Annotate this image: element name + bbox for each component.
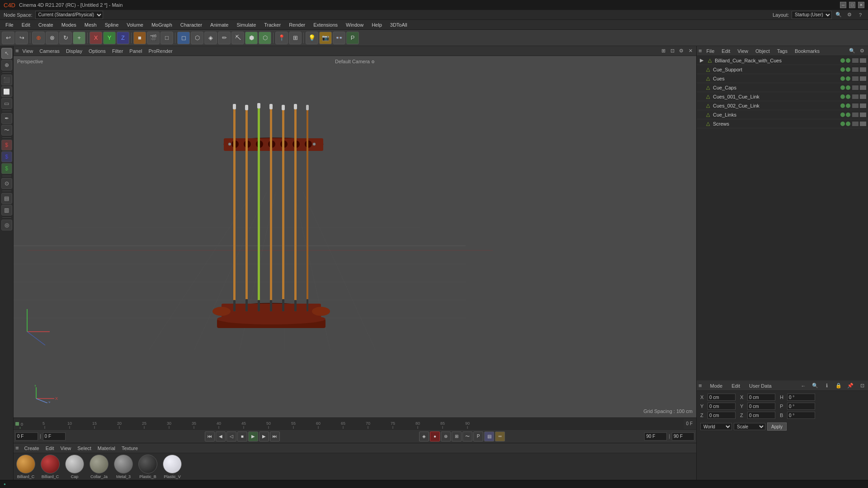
z-axis-btn[interactable]: Z [117, 32, 129, 44]
x-axis-btn[interactable]: X [90, 32, 102, 44]
start-frame-input[interactable] [15, 432, 38, 441]
dollar2-tool[interactable]: $ [1, 151, 12, 162]
mat-menu-material[interactable]: Material [95, 445, 118, 451]
plugin1-btn[interactable]: P [346, 32, 359, 44]
end-frame-input[interactable] [644, 432, 667, 441]
apply-button[interactable]: Apply [767, 422, 787, 431]
obj-vis-dot-4[interactable] [840, 85, 845, 90]
obj-mode-btn[interactable]: ⬡ [191, 32, 203, 44]
obj-vis-dot-3[interactable] [840, 76, 845, 81]
viewport-close-icon[interactable]: ✕ [686, 47, 694, 55]
obj-render-dot-2[interactable] [846, 67, 850, 72]
om-menu-tags[interactable]: Tags [774, 48, 790, 54]
rotate-tool[interactable]: ↻ [59, 32, 72, 44]
om-search-icon[interactable]: 🔍 [848, 47, 856, 55]
key-record-btn[interactable]: ◈ [419, 432, 429, 441]
maximize-button[interactable]: □ [849, 2, 855, 8]
om-settings-icon[interactable]: ⚙ [858, 47, 866, 55]
help-icon[interactable]: ? [856, 11, 864, 19]
edge-btn[interactable]: ⬢ [245, 32, 258, 44]
om-menu-file[interactable]: File [704, 48, 717, 54]
vp-menu-options[interactable]: Options [86, 48, 108, 54]
settings-icon[interactable]: ⚙ [845, 11, 854, 19]
undo-button[interactable]: ↩ [2, 32, 14, 44]
material-item-collar[interactable]: Collar_Ja [90, 455, 108, 479]
props-search-icon[interactable]: 🔍 [811, 382, 819, 390]
viewport-maximize-icon[interactable]: ⊡ [668, 47, 676, 55]
snapping-btn[interactable]: ⊞ [289, 32, 302, 44]
material-item-metal[interactable]: Metal_3 [114, 455, 133, 479]
move-tool[interactable]: ⊕ [32, 32, 45, 44]
om-hamburger[interactable]: ≡ [698, 47, 702, 54]
layout-select[interactable]: Startup (User) [792, 11, 832, 19]
obj-billiard-rack[interactable]: ▶ △ Billiard_Cue_Rack_with_Cues [697, 56, 868, 65]
z-pos-input[interactable] [708, 412, 736, 419]
scale-tool[interactable]: ⊗ [46, 32, 58, 44]
play-reverse-button[interactable]: ◁ [226, 432, 236, 441]
props-menu-edit[interactable]: Edit [729, 383, 743, 389]
coord-system-select[interactable]: World Object Parent [700, 423, 732, 430]
obj-render-dot-6[interactable] [846, 103, 850, 108]
dollar3-tool[interactable]: $ [1, 163, 12, 174]
menu-create[interactable]: Create [35, 21, 57, 28]
light-btn[interactable]: 💡 [306, 32, 318, 44]
magnet-tool[interactable]: ⊙ [1, 178, 12, 189]
motion-mode-btn[interactable]: ⊛ [441, 432, 451, 441]
sphere-tool[interactable]: ⬜ [1, 86, 12, 97]
obj-render-dot-5[interactable] [846, 94, 850, 99]
select-tool[interactable]: ↖ [1, 48, 12, 59]
menu-help[interactable]: Help [368, 21, 386, 28]
obj-render-dot-7[interactable] [846, 113, 850, 117]
material-item-cap[interactable]: Cap [65, 455, 84, 479]
menu-volume[interactable]: Volume [123, 21, 147, 28]
curves-btn[interactable]: 〜 [462, 432, 472, 441]
menu-animate[interactable]: Animate [207, 21, 232, 28]
layer-btn[interactable]: ⊞ [452, 432, 462, 441]
model-mode-btn[interactable]: ◻ [177, 32, 190, 44]
om-menu-view[interactable]: View [735, 48, 751, 54]
props-lock-icon[interactable]: 🔒 [835, 382, 843, 390]
snap-btn[interactable]: 📍 [275, 32, 288, 44]
x-pos-input[interactable] [708, 394, 736, 401]
om-menu-object[interactable]: Object [753, 48, 773, 54]
menu-mograph[interactable]: MoGraph [148, 21, 176, 28]
play-forward-button[interactable]: ▶ [248, 432, 258, 441]
obj-vis-dot-5[interactable] [840, 94, 845, 99]
props-pin-icon[interactable]: 📌 [846, 382, 854, 390]
mat-menu-edit[interactable]: Edit [43, 445, 57, 451]
menu-file[interactable]: File [2, 21, 17, 28]
z-size-input[interactable] [747, 412, 775, 419]
menu-spline[interactable]: Spline [101, 21, 123, 28]
record-all-btn[interactable]: P [473, 432, 483, 441]
timeline-btn[interactable]: ═ [495, 432, 505, 441]
menu-character[interactable]: Character [177, 21, 206, 28]
menu-tracker[interactable]: Tracker [260, 21, 284, 28]
plus-tool[interactable]: + [73, 32, 85, 44]
props-maximize-icon[interactable]: ⊡ [858, 382, 866, 390]
vr-btn[interactable]: 👓 [333, 32, 345, 44]
menu-edit[interactable]: Edit [18, 21, 34, 28]
render-object-btn[interactable]: ■ [133, 32, 146, 44]
obj-cues-002[interactable]: △ Cues_002_Cue_Link [697, 101, 868, 110]
menu-render[interactable]: Render [285, 21, 309, 28]
menu-simulate[interactable]: Simulate [233, 21, 259, 28]
fps-input[interactable] [672, 432, 694, 441]
obj-vis-dot-8[interactable] [840, 122, 845, 126]
dollar1-tool[interactable]: $ [1, 140, 12, 150]
redo-button[interactable]: ↪ [15, 32, 28, 44]
current-frame-input[interactable] [43, 432, 66, 441]
om-menu-bookmarks[interactable]: Bookmarks [792, 48, 822, 54]
vp-menu-filter[interactable]: Filter [109, 48, 126, 54]
scene-mode-btn[interactable]: ◈ [204, 32, 217, 44]
viewport-expand-icon[interactable]: ⊞ [659, 47, 667, 55]
mat-hamburger[interactable]: ≡ [15, 445, 19, 451]
vp-menu-view[interactable]: View [20, 48, 36, 54]
props-menu-mode[interactable]: Mode [708, 383, 726, 389]
obj-vis-dot-6[interactable] [840, 103, 845, 108]
dope-sheet-btn[interactable]: ▤ [484, 432, 494, 441]
menu-mesh[interactable]: Mesh [81, 21, 100, 28]
transform-mode-select[interactable]: Scale Position Rotation [734, 423, 765, 430]
props-back-icon[interactable]: ← [799, 382, 807, 390]
menu-window[interactable]: Window [342, 21, 367, 28]
mat-menu-texture[interactable]: Texture [119, 445, 141, 451]
